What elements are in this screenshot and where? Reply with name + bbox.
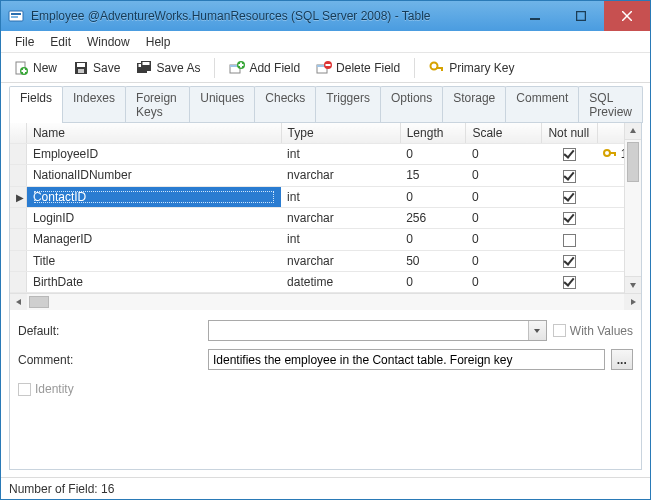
row-indicator: ▶ <box>10 186 26 207</box>
close-button[interactable] <box>604 1 650 31</box>
table-row[interactable]: LoginIDnvarchar2560 <box>10 207 641 228</box>
cell-type[interactable]: datetime <box>281 271 400 292</box>
tab-checks[interactable]: Checks <box>254 86 316 123</box>
cell-length[interactable]: 0 <box>400 271 466 292</box>
cell-not-null[interactable] <box>542 271 597 292</box>
not-null-checkbox[interactable] <box>563 148 576 161</box>
cell-type[interactable]: int <box>281 186 400 207</box>
not-null-checkbox[interactable] <box>563 255 576 268</box>
cell-not-null[interactable] <box>542 165 597 186</box>
cell-name[interactable]: BirthDate <box>26 271 281 292</box>
scroll-right-icon[interactable] <box>624 294 641 310</box>
hscroll-thumb[interactable] <box>29 296 49 308</box>
with-values-checkbox <box>553 324 566 337</box>
row-indicator <box>10 229 26 250</box>
menu-help[interactable]: Help <box>138 33 179 51</box>
cell-not-null[interactable] <box>542 250 597 271</box>
comment-browse-button[interactable]: ... <box>611 349 633 370</box>
cell-type[interactable]: nvarchar <box>281 165 400 186</box>
menu-file[interactable]: File <box>7 33 42 51</box>
cell-length[interactable]: 0 <box>400 144 466 165</box>
cell-length[interactable]: 0 <box>400 186 466 207</box>
cell-scale[interactable]: 0 <box>466 271 542 292</box>
table-row[interactable]: Titlenvarchar500 <box>10 250 641 271</box>
new-button[interactable]: New <box>7 57 63 79</box>
cell-length[interactable]: 50 <box>400 250 466 271</box>
tab-options[interactable]: Options <box>380 86 443 123</box>
cell-scale[interactable]: 0 <box>466 229 542 250</box>
cell-scale[interactable]: 0 <box>466 250 542 271</box>
cell-name[interactable]: ManagerID <box>26 229 281 250</box>
table-row[interactable]: NationalIDNumbernvarchar150 <box>10 165 641 186</box>
status-text: Number of Field: 16 <box>9 482 114 496</box>
cell-name[interactable]: LoginID <box>26 207 281 228</box>
cell-name[interactable]: ContactID <box>26 186 281 207</box>
svg-rect-13 <box>78 69 84 73</box>
with-values-label: With Values <box>570 324 633 338</box>
scroll-left-icon[interactable] <box>10 294 27 310</box>
cell-type[interactable]: nvarchar <box>281 207 400 228</box>
cell-type[interactable]: int <box>281 229 400 250</box>
col-name[interactable]: Name <box>26 123 281 144</box>
status-bar: Number of Field: 16 <box>1 477 650 499</box>
table-row[interactable]: ManagerIDint00 <box>10 229 641 250</box>
tab-fields[interactable]: Fields <box>9 86 63 123</box>
add-field-button[interactable]: Add Field <box>223 57 306 79</box>
save-as-button[interactable]: Save As <box>130 57 206 79</box>
default-combo[interactable] <box>208 320 547 341</box>
cell-type[interactable]: int <box>281 144 400 165</box>
comment-input[interactable] <box>208 349 605 370</box>
col-not-null[interactable]: Not null <box>542 123 597 144</box>
cell-not-null[interactable] <box>542 186 597 207</box>
tab-storage[interactable]: Storage <box>442 86 506 123</box>
cell-name[interactable]: EmployeeID <box>26 144 281 165</box>
not-null-checkbox[interactable] <box>563 276 576 289</box>
tab-triggers[interactable]: Triggers <box>315 86 381 123</box>
tab-indexes[interactable]: Indexes <box>62 86 126 123</box>
cell-scale[interactable]: 0 <box>466 144 542 165</box>
minimize-button[interactable] <box>512 1 558 31</box>
scroll-down-icon[interactable] <box>625 276 641 293</box>
scroll-up-icon[interactable] <box>625 123 641 140</box>
cell-name[interactable]: NationalIDNumber <box>26 165 281 186</box>
table-row[interactable]: EmployeeIDint00 1 <box>10 144 641 165</box>
cell-type[interactable]: nvarchar <box>281 250 400 271</box>
cell-scale[interactable]: 0 <box>466 186 542 207</box>
menu-bar: File Edit Window Help <box>1 31 650 53</box>
tab-sql-preview[interactable]: SQL Preview <box>578 86 643 123</box>
tab-uniques[interactable]: Uniques <box>189 86 255 123</box>
col-type[interactable]: Type <box>281 123 400 144</box>
cell-length[interactable]: 256 <box>400 207 466 228</box>
cell-name[interactable]: Title <box>26 250 281 271</box>
cell-length[interactable]: 0 <box>400 229 466 250</box>
fields-grid[interactable]: Name Type Length Scale Not null Employee… <box>10 123 641 293</box>
tab-foreign-keys[interactable]: Foreign Keys <box>125 86 190 123</box>
horizontal-scrollbar[interactable] <box>10 293 641 310</box>
chevron-down-icon[interactable] <box>528 321 546 340</box>
col-length[interactable]: Length <box>400 123 466 144</box>
tab-comment[interactable]: Comment <box>505 86 579 123</box>
table-row[interactable]: BirthDatedatetime00 <box>10 271 641 292</box>
default-input[interactable] <box>208 320 547 341</box>
not-null-checkbox[interactable] <box>563 212 576 225</box>
cell-not-null[interactable] <box>542 144 597 165</box>
delete-field-button[interactable]: Delete Field <box>310 57 406 79</box>
menu-window[interactable]: Window <box>79 33 138 51</box>
scroll-thumb[interactable] <box>627 142 639 182</box>
vertical-scrollbar[interactable] <box>624 123 641 293</box>
cell-not-null[interactable] <box>542 229 597 250</box>
cell-length[interactable]: 15 <box>400 165 466 186</box>
cell-scale[interactable]: 0 <box>466 207 542 228</box>
cell-scale[interactable]: 0 <box>466 165 542 186</box>
primary-key-button[interactable]: Primary Key <box>423 57 520 79</box>
save-button[interactable]: Save <box>67 57 126 79</box>
not-null-checkbox[interactable] <box>563 234 576 247</box>
maximize-button[interactable] <box>558 1 604 31</box>
not-null-checkbox[interactable] <box>563 191 576 204</box>
not-null-checkbox[interactable] <box>563 170 576 183</box>
col-scale[interactable]: Scale <box>466 123 542 144</box>
cell-not-null[interactable] <box>542 207 597 228</box>
menu-edit[interactable]: Edit <box>42 33 79 51</box>
table-row[interactable]: ▶ContactIDint00 <box>10 186 641 207</box>
svg-marker-36 <box>631 299 636 305</box>
